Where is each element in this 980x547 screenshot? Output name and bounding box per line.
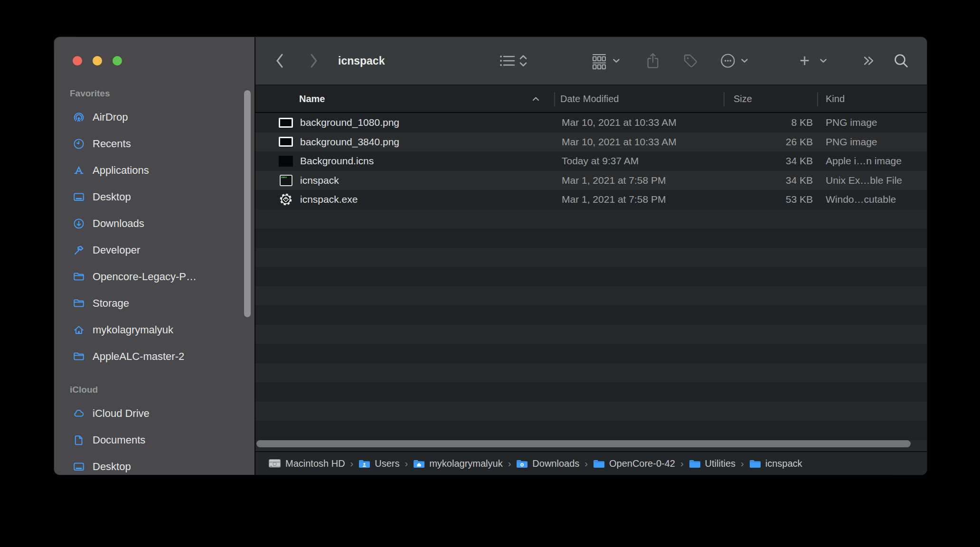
sidebar-item-label: Downloads — [93, 217, 144, 230]
appstore-icon — [72, 164, 85, 177]
path-bar: Macintosh HD › Users › mykolagrymalyuk ›… — [255, 451, 927, 475]
more-actions-button[interactable] — [720, 53, 736, 69]
file-rows: background_1080.png Mar 10, 2021 at 10:3… — [255, 113, 927, 209]
share-icon — [646, 52, 660, 70]
minimize-window-button[interactable] — [93, 56, 102, 66]
sidebar-item-label: Developer — [93, 244, 140, 256]
folder-icon — [72, 297, 85, 310]
breadcrumb-separator: › — [405, 458, 408, 469]
breadcrumb-macintosh-hd[interactable]: Macintosh HD — [268, 458, 345, 469]
sort-ascending-icon — [532, 96, 540, 102]
column-header-kind[interactable]: Kind — [817, 94, 927, 104]
hammer-icon — [72, 244, 85, 257]
home-icon — [72, 323, 85, 337]
sidebar-item-recents[interactable]: Recents — [54, 131, 254, 157]
breadcrumb-utilities[interactable]: Utilities — [689, 458, 735, 469]
column-divider[interactable] — [817, 92, 818, 106]
sidebar-item-label: mykolagrymalyuk — [93, 324, 173, 336]
column-header-size[interactable]: Size — [724, 94, 817, 104]
back-button[interactable] — [274, 52, 285, 69]
toolbar: icnspack + — [255, 37, 927, 85]
folder-download-icon — [516, 459, 528, 468]
table-row-icnspack-exe[interactable]: icnspack.exe Mar 1, 2021 at 7:58 PM 53 K… — [255, 190, 927, 209]
horizontal-scrollbar[interactable] — [256, 440, 911, 447]
sidebar-item-label: Applications — [93, 164, 149, 177]
folder-users-icon — [358, 459, 370, 468]
breadcrumb-icnspack[interactable]: icnspack — [749, 458, 802, 469]
sidebar-item-icloud-drive[interactable]: iCloud Drive — [54, 400, 254, 427]
cloud-icon — [72, 407, 85, 420]
sidebar-item-label: Desktop — [93, 461, 131, 473]
column-divider[interactable] — [554, 92, 555, 106]
sidebar-scrollbar[interactable] — [244, 90, 251, 317]
airdrop-icon — [72, 111, 85, 124]
icns-thumbnail-icon — [278, 154, 293, 168]
search-icon — [893, 52, 910, 69]
sidebar-item-label: AirDrop — [93, 111, 128, 123]
folder-icon — [593, 459, 605, 468]
folder-icon — [72, 350, 85, 363]
download-circle-icon — [72, 217, 85, 230]
table-row-background-3840-png[interactable]: background_3840.png Mar 10, 2021 at 10:3… — [255, 132, 927, 152]
breadcrumb-mykolagrymalyuk[interactable]: mykolagrymalyuk — [413, 458, 502, 469]
chevron-down-icon — [820, 58, 827, 64]
breadcrumb-separator: › — [741, 458, 744, 469]
clock-icon — [72, 137, 85, 151]
sidebar-item-storage[interactable]: Storage — [54, 290, 254, 317]
sidebar-item-label: Storage — [93, 297, 129, 310]
more-icon — [720, 53, 736, 69]
toolbar-overflow-button[interactable] — [862, 55, 876, 67]
list-view-icon — [499, 53, 535, 69]
group-by-chevron[interactable] — [612, 58, 620, 64]
sidebar-item-desktop-icloud[interactable]: Desktop — [54, 453, 254, 475]
add-chevron[interactable] — [820, 58, 827, 64]
column-divider[interactable] — [724, 92, 725, 106]
folder-home-icon — [413, 459, 425, 468]
sidebar-item-desktop[interactable]: Desktop — [54, 184, 254, 210]
table-row-background-icns[interactable]: Background.icns Today at 9:37 AM 34 KB A… — [255, 151, 927, 171]
sidebar-item-downloads[interactable]: Downloads — [54, 210, 254, 237]
tag-button — [682, 52, 699, 69]
share-button — [646, 52, 660, 70]
tag-icon — [682, 52, 699, 69]
breadcrumb-downloads[interactable]: Downloads — [516, 458, 579, 469]
sidebar-item-opencore-legacy[interactable]: Opencore-Legacy-P… — [54, 264, 254, 290]
folder-icon — [749, 459, 761, 468]
table-row-background-1080-png[interactable]: background_1080.png Mar 10, 2021 at 10:3… — [255, 113, 927, 132]
group-by-button[interactable] — [591, 52, 608, 69]
table-row-icnspack[interactable]: icnspack Mar 1, 2021 at 7:58 PM 34 KB Un… — [255, 171, 927, 190]
sidebar-item-label: iCloud Drive — [93, 407, 150, 420]
png-thumbnail-icon — [278, 135, 293, 149]
search-button[interactable] — [893, 52, 910, 69]
sidebar-item-applealc[interactable]: AppleALC-master-2 — [54, 343, 254, 370]
column-header-date-modified[interactable]: Date Modified — [554, 94, 724, 104]
breadcrumb-separator: › — [584, 458, 588, 469]
column-header-name[interactable]: Name — [255, 94, 554, 104]
forward-button[interactable] — [309, 52, 319, 69]
add-button[interactable]: + — [800, 52, 810, 69]
sidebar-item-label: Documents — [93, 434, 145, 446]
sidebar-item-home[interactable]: mykolagrymalyuk — [54, 317, 254, 343]
desktop-icon — [72, 190, 85, 204]
hard-drive-icon — [268, 458, 281, 469]
list-column-headers: Name Date Modified Size Kind — [255, 85, 927, 113]
folder-icon — [689, 459, 701, 468]
exe-gear-icon — [278, 193, 293, 206]
breadcrumb-opencore-0-42[interactable]: OpenCore-0-42 — [593, 458, 675, 469]
breadcrumb-users[interactable]: Users — [358, 458, 399, 469]
zoom-window-button[interactable] — [113, 56, 122, 66]
sidebar-item-label: AppleALC-master-2 — [93, 350, 184, 363]
close-window-button[interactable] — [73, 56, 82, 66]
file-list-pane: Name Date Modified Size Kind background_… — [255, 85, 927, 475]
sidebar-item-applications[interactable]: Applications — [54, 157, 254, 184]
sidebar-item-airdrop[interactable]: AirDrop — [54, 104, 254, 131]
more-actions-chevron[interactable] — [741, 58, 748, 64]
document-icon — [72, 434, 85, 447]
desktop-icon — [72, 460, 85, 473]
view-options-button[interactable] — [499, 53, 535, 69]
sidebar-item-documents[interactable]: Documents — [54, 427, 254, 453]
group-by-icon — [591, 52, 608, 69]
sidebar-item-developer[interactable]: Developer — [54, 237, 254, 264]
folder-icon — [72, 270, 85, 283]
finder-window: Favorites AirDrop Recents Applications D… — [54, 37, 927, 475]
